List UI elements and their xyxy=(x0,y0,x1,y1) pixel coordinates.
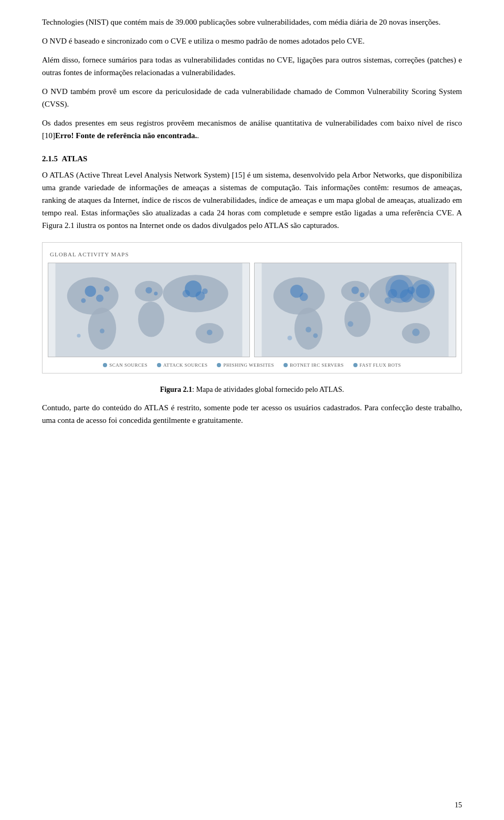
svg-point-4 xyxy=(138,302,164,337)
world-map-right xyxy=(255,263,456,357)
svg-point-9 xyxy=(81,298,86,303)
figure-label: GLOBAL ACTIVITY MAPS xyxy=(48,251,456,257)
paragraph-2: O NVD é baseado e sincronizado com o CVE… xyxy=(42,35,462,47)
svg-point-18 xyxy=(207,329,213,335)
map-panel-left xyxy=(48,263,250,357)
svg-point-15 xyxy=(202,288,208,294)
svg-point-37 xyxy=(360,293,364,297)
svg-point-39 xyxy=(412,329,419,336)
legend-dot-attack xyxy=(157,363,161,367)
svg-point-35 xyxy=(300,293,308,301)
legend-fastflux: FAST FLUX BOTS xyxy=(353,362,401,368)
svg-point-24 xyxy=(344,302,371,337)
svg-point-7 xyxy=(85,286,96,297)
legend-dot-fastflux xyxy=(353,363,358,367)
p5-post: . xyxy=(197,131,199,140)
svg-point-12 xyxy=(154,292,158,295)
paragraph-6: O ATLAS (Active Threat Level Analysis Ne… xyxy=(42,169,462,232)
maps-row xyxy=(48,263,456,357)
figure-container: GLOBAL ACTIVITY MAPS xyxy=(42,242,462,373)
p5-error: Erro! Fonte de referência não encontrada… xyxy=(55,131,197,140)
svg-point-19 xyxy=(77,334,80,337)
svg-point-16 xyxy=(183,290,190,297)
svg-point-30 xyxy=(388,289,397,298)
svg-point-42 xyxy=(287,336,292,340)
figure-caption: Figura 2.1: Mapa de atividades global fo… xyxy=(42,384,462,395)
svg-point-41 xyxy=(313,334,318,338)
paragraph-4: O NVD também provê um escore da periculo… xyxy=(42,85,462,110)
paragraph-7: Contudo, parte do conteúdo do ATLAS é re… xyxy=(42,401,462,427)
figure-caption-rest: : Mapa de atividades global fornecido pe… xyxy=(192,386,344,393)
svg-point-33 xyxy=(416,284,430,298)
world-map-left xyxy=(48,263,249,357)
svg-point-36 xyxy=(351,287,359,294)
section-number: 2.1.5 xyxy=(42,154,58,163)
svg-point-8 xyxy=(96,295,103,302)
svg-point-10 xyxy=(104,286,110,292)
legend-botnet: BOTNET IRC SERVERS xyxy=(284,362,344,368)
svg-point-2 xyxy=(88,308,116,350)
legend-scan: SCAN SOURCES xyxy=(103,362,148,368)
legend-attack: ATTACK SOURCES xyxy=(157,362,208,368)
svg-point-17 xyxy=(100,329,104,334)
page-content: Technologies (NIST) que contém mais de 3… xyxy=(42,16,462,427)
section-title: ATLAS xyxy=(62,154,88,163)
legend-phishing: PHISHING WEBSITES xyxy=(217,362,274,368)
paragraph-5: Os dados presentes em seus registros pro… xyxy=(42,117,462,142)
paragraph-3: Além disso, fornece sumários para todas … xyxy=(42,54,462,79)
legend-dot-scan xyxy=(103,363,107,367)
legend-dot-phishing xyxy=(217,363,221,367)
svg-point-38 xyxy=(385,297,391,304)
legend-row: SCAN SOURCES ATTACK SOURCES PHISHING WEB… xyxy=(48,362,456,368)
paragraph-1: Technologies (NIST) que contém mais de 3… xyxy=(42,16,462,28)
legend-dot-botnet xyxy=(284,363,288,367)
map-panel-right xyxy=(254,263,456,357)
svg-point-11 xyxy=(145,287,152,293)
section-heading: 2.1.5 ATLAS xyxy=(42,154,462,163)
svg-point-40 xyxy=(306,327,311,333)
figure-caption-bold: Figura 2.1 xyxy=(160,386,192,393)
svg-point-43 xyxy=(348,321,353,327)
page-number: 15 xyxy=(455,801,462,809)
